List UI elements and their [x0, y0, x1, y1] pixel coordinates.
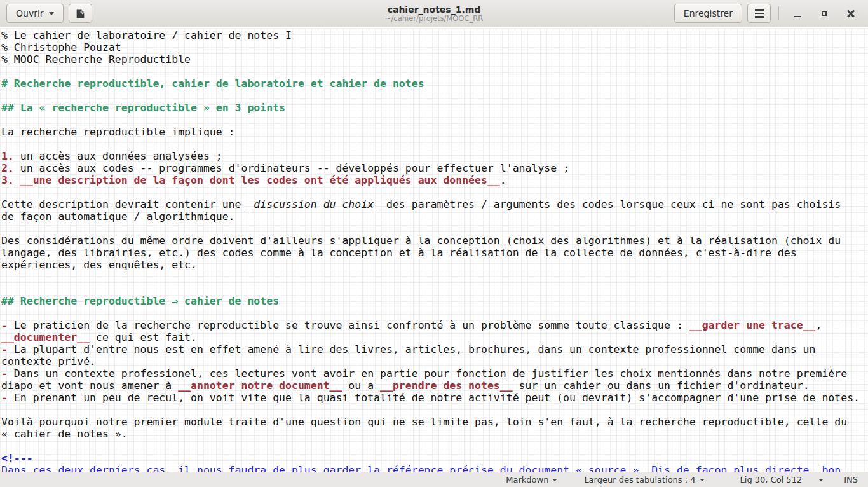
text-segment: En prenant un peu de recul, on voit vite… — [8, 392, 860, 404]
minimize-button[interactable] — [787, 4, 808, 23]
text-segment: _discussion du choix_ — [247, 198, 380, 210]
editor-line[interactable]: Cette description devrait contenir une _… — [1, 198, 868, 210]
text-segment: expériences, des enquêtes, etc. — [1, 259, 197, 271]
chevron-down-icon — [818, 479, 824, 481]
editor-line[interactable]: 3. __une description de la façon dont le… — [1, 174, 868, 186]
text-segment: La recherche reproductible implique : — [1, 126, 235, 138]
editor-line[interactable]: Voilà pourquoi notre premier module trai… — [1, 416, 868, 428]
tab-width-label: Largeur des tabulations : 4 — [584, 475, 695, 484]
close-button[interactable] — [840, 4, 862, 23]
headerbar: Ouvrir cahier_notes_1.md ~/cahier/projet… — [0, 0, 868, 27]
cursor-position-label: Lig 30, Col 512 — [740, 475, 803, 484]
text-segment: % MOOC Recherche Reproductible — [1, 53, 191, 65]
window-subtitle: ~/cahier/projets/MOOC_RR — [385, 15, 483, 23]
editor-line[interactable]: - La plupart d'entre nous est en effet a… — [1, 343, 868, 355]
editor-line[interactable]: expériences, des enquêtes, etc. — [1, 259, 868, 271]
language-selector[interactable]: Markdown — [505, 472, 559, 487]
new-document-button[interactable] — [69, 4, 92, 23]
text-segment: 1. — [1, 150, 14, 162]
text-segment: un accès aux codes -- programmes d'ordin… — [14, 162, 569, 174]
editor-line[interactable] — [1, 114, 868, 126]
text-segment: ou a — [342, 380, 380, 392]
text-segment: % Le cahier de laboratoire / cahier de n… — [1, 29, 292, 41]
cursor-position[interactable]: Lig 30, Col 512 — [739, 472, 804, 487]
document-new-icon — [75, 8, 86, 19]
chevron-down-icon — [49, 12, 54, 15]
editor-line[interactable]: - Le praticien de la recherche reproduct… — [1, 319, 868, 331]
headerbar-left-group: Ouvrir — [6, 4, 92, 23]
editor-line[interactable] — [1, 223, 868, 235]
text-segment: - — [1, 367, 8, 380]
window-minimize-icon — [794, 16, 801, 18]
window-close-icon — [847, 10, 855, 17]
input-mode-indicator: INS — [843, 472, 859, 487]
editor-line[interactable] — [1, 186, 868, 198]
input-mode-label: INS — [844, 475, 858, 484]
headerbar-separator — [778, 6, 779, 20]
text-segment: Dans un contexte professionel, ces lectu… — [8, 367, 847, 380]
editor-line[interactable]: # Recherche reproductible, cahier de lab… — [1, 78, 868, 90]
editor-line[interactable]: 2. un accès aux codes -- programmes d'or… — [1, 162, 868, 174]
menu-button[interactable] — [747, 4, 771, 23]
text-segment: . — [500, 174, 506, 186]
editor-line[interactable]: de façon automatique / algorithmique. — [1, 210, 868, 223]
editor-line[interactable]: contexte privé. — [1, 355, 868, 367]
text-segment: contexte privé. — [1, 355, 96, 367]
text-segment: __documenter__ — [1, 331, 90, 343]
editor-line[interactable]: Des considérations du même ordre doivent… — [1, 235, 868, 247]
text-segment: 3. — [1, 174, 14, 186]
editor-content[interactable]: % Le cahier de laboratoire / cahier de n… — [0, 28, 868, 472]
editor-line[interactable] — [1, 283, 868, 295]
open-button-label: Ouvrir — [16, 8, 44, 18]
editor-line[interactable]: La recherche reproductible implique : — [1, 126, 868, 138]
editor-line[interactable]: - En prenant un peu de recul, on voit vi… — [1, 392, 868, 404]
editor-line[interactable]: % Christophe Pouzat — [1, 41, 868, 53]
text-segment: des paramètres / arguments des codes lor… — [380, 198, 841, 210]
editor-line[interactable]: % Le cahier de laboratoire / cahier de n… — [1, 29, 868, 41]
open-button[interactable]: Ouvrir — [6, 4, 64, 23]
editor-line[interactable]: diapo et vont nous amener à __annoter no… — [1, 380, 868, 392]
text-segment: Cette description devrait contenir une — [1, 198, 247, 210]
language-label: Markdown — [506, 475, 548, 484]
editor-line[interactable] — [1, 65, 868, 78]
editor-line[interactable] — [1, 307, 868, 319]
text-segment: - — [1, 392, 8, 404]
headerbar-right-group: Enregistrer — [674, 4, 862, 23]
text-segment: « cahier de notes ». — [1, 428, 128, 440]
text-segment: - — [1, 343, 8, 355]
text-segment: Voilà pourquoi notre premier module trai… — [1, 416, 847, 428]
text-segment: 2. — [1, 162, 14, 174]
editor-line[interactable] — [1, 404, 868, 416]
editor-line[interactable] — [1, 271, 868, 283]
maximize-button[interactable] — [813, 4, 835, 23]
editor-line[interactable]: langage, des librairies, etc.) des codes… — [1, 247, 868, 259]
text-segment: __prendre des notes__ — [380, 380, 513, 392]
editor-line[interactable]: - Dans un contexte professionel, ces lec… — [1, 367, 868, 380]
editor-line[interactable]: « cahier de notes ». — [1, 428, 868, 440]
editor-line[interactable] — [1, 138, 868, 150]
text-segment: de façon automatique / algorithmique. — [1, 210, 235, 223]
text-segment: __garder une trace__ — [689, 319, 816, 331]
text-segment: ## La « recherche reproductible » en 3 p… — [1, 102, 285, 114]
editor-line[interactable]: ## La « recherche reproductible » en 3 p… — [1, 102, 868, 114]
hamburger-menu-icon — [755, 9, 764, 17]
editor-line[interactable]: 1. un accès aux données analysées ; — [1, 150, 868, 162]
editor-line[interactable]: <!--- — [1, 452, 868, 464]
text-segment: __annoter notre document__ — [178, 380, 342, 392]
goto-line-dropdown[interactable] — [817, 472, 825, 487]
window-maximize-icon — [822, 11, 827, 16]
text-segment: ## Recherche reproductible ⇒ cahier de n… — [1, 295, 279, 307]
editor-line[interactable]: __documenter__ ce qui est fait. — [1, 331, 868, 343]
text-segment: Le praticien de la recherche reproductib… — [8, 319, 689, 331]
editor-line[interactable] — [1, 90, 868, 102]
editor-line[interactable]: Dans ces deux derniers cas, il nous faud… — [1, 464, 868, 472]
text-segment: La plupart d'entre nous est en effet ame… — [8, 343, 816, 355]
editor-line[interactable]: ## Recherche reproductible ⇒ cahier de n… — [1, 295, 868, 307]
editor-line[interactable]: % MOOC Recherche Reproductible — [1, 53, 868, 65]
text-segment: Des considérations du même ordre doivent… — [1, 235, 841, 247]
statusbar: Markdown Largeur des tabulations : 4 Lig… — [0, 472, 868, 487]
tab-width-selector[interactable]: Largeur des tabulations : 4 — [583, 472, 705, 487]
save-button[interactable]: Enregistrer — [674, 4, 742, 23]
editor-line[interactable] — [1, 440, 868, 452]
text-segment: sur un cahier ou dans un fichier d'ordin… — [513, 380, 810, 392]
